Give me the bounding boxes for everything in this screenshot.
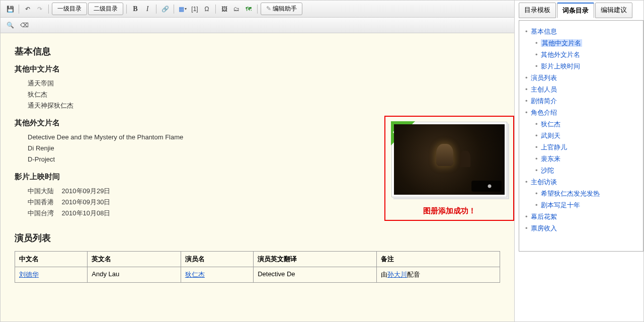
table-icon[interactable]: ▦ [177, 4, 188, 15]
cast-note-link[interactable]: 孙大川 [387, 271, 407, 278]
table-header: 演员名 [181, 252, 253, 267]
album-frame[interactable]: 图册 [391, 122, 507, 197]
list-item: 狄仁杰 [28, 89, 500, 100]
table-row: 刘德华 Andy Lau 狄仁杰 Detective De 由孙大川配音 [15, 267, 500, 283]
section-basic-info: 基本信息 [15, 45, 500, 57]
toc-link[interactable]: 上官静儿 [541, 143, 567, 151]
album-success-box: 图册 图册添加成功！ [384, 116, 514, 221]
tab-2[interactable]: 编辑建议 [595, 3, 632, 18]
toc-link[interactable]: 武则天 [541, 132, 560, 139]
search-icon[interactable]: 🔍 [5, 20, 16, 31]
table-header: 中文名 [15, 252, 88, 267]
toc-link[interactable]: 其他外文片名 [541, 51, 580, 58]
toc-link[interactable]: 主创人员 [531, 86, 557, 93]
toc-subitem: 希望狄仁杰发光发热 [535, 188, 640, 199]
reference-icon[interactable]: [1] [189, 4, 200, 15]
toc-item: 票房收入 [525, 222, 640, 234]
toc-link[interactable]: 剧情简介 [531, 97, 557, 105]
cast-note: 由孙大川配音 [377, 267, 500, 283]
toc-link[interactable]: 主创访谈 [531, 178, 557, 186]
toc-link[interactable]: 演员列表 [531, 74, 557, 82]
italic-icon[interactable]: I [142, 4, 153, 15]
toc-item: 基本信息其他中文片名其他外文片名影片上映时间 [525, 26, 640, 72]
cast-role-en: Detective De [254, 267, 377, 283]
bold-icon[interactable]: B [130, 4, 141, 15]
heading1-button[interactable]: 一级目录 [52, 3, 87, 15]
special-char-icon[interactable]: Ω [201, 4, 212, 15]
toc-subitem: 狄仁杰 [535, 118, 640, 130]
redo-icon[interactable]: ↷ [34, 4, 45, 15]
image-icon[interactable]: 🖼 [219, 4, 230, 15]
toc-link[interactable]: 影片上映时间 [541, 62, 580, 70]
album-thumbnail [394, 124, 505, 195]
cast-table: 中文名英文名演员名演员英文翻译备注 刘德华 Andy Lau 狄仁杰 Detec… [15, 251, 500, 283]
toc-link[interactable]: 幕后花絮 [531, 213, 557, 220]
toc-item: 主创人员 [525, 84, 640, 95]
section-cast: 演员列表 [15, 232, 500, 244]
link-icon[interactable]: 🔗 [159, 4, 171, 15]
side-panel: 目录模板词条目录编辑建议 基本信息其他中文片名其他外文片名影片上映时间演员列表主… [515, 1, 643, 321]
toc-subitem: 沙陀 [535, 165, 640, 176]
toc-link[interactable]: 剧本写足十年 [541, 201, 580, 209]
subsection-cn-alias: 其他中文片名 [15, 64, 500, 74]
toc-link[interactable]: 希望狄仁杰发光发热 [541, 190, 600, 197]
editor-toolbar-row2: 🔍 ⌫ [1, 18, 514, 33]
toc-subitem: 裴东来 [535, 153, 640, 165]
table-header: 备注 [377, 252, 500, 267]
heading2-button[interactable]: 二级目录 [88, 3, 123, 15]
list-item: 通天神探狄仁杰 [28, 100, 500, 111]
undo-icon[interactable]: ↶ [22, 4, 33, 15]
toc-link[interactable]: 角色介绍 [531, 109, 557, 116]
cast-en: Andy Lau [88, 267, 181, 283]
toc-subitem: 剧本写足十年 [535, 199, 640, 211]
toc-item: 演员列表 [525, 72, 640, 84]
toc-item: 角色介绍狄仁杰武则天上官静儿裴东来沙陀 [525, 107, 640, 176]
assistant-button[interactable]: ✎ 编辑助手 [261, 3, 302, 15]
toc-subitem: 其他中文片名 [535, 37, 640, 49]
album-icon[interactable]: 🗂 [231, 4, 242, 15]
table-header: 演员英文翻译 [254, 252, 377, 267]
cast-role-link[interactable]: 狄仁杰 [185, 271, 205, 278]
toc-link[interactable]: 基本信息 [531, 28, 557, 35]
side-tabs: 目录模板词条目录编辑建议 [519, 3, 643, 18]
map-icon[interactable]: 🗺 [243, 4, 254, 15]
save-icon[interactable]: 💾 [5, 4, 16, 15]
toc-link[interactable]: 沙陀 [541, 167, 554, 174]
editor-toolbar: 💾 ↶ ↷ 一级目录 二级目录 B I 🔗 ▦ [1] Ω 🖼 🗂 🗺 ✎ 编辑… [1, 1, 514, 18]
toc-subitem: 上官静儿 [535, 141, 640, 153]
editor-content[interactable]: 基本信息 其他中文片名 通天帝国狄仁杰通天神探狄仁杰 其他外文片名 Detect… [1, 33, 514, 321]
toc-subitem: 影片上映时间 [535, 60, 640, 72]
album-caption: 图册添加成功！ [391, 206, 507, 216]
tab-0[interactable]: 目录模板 [519, 3, 556, 18]
table-header: 英文名 [88, 252, 181, 267]
toc-link[interactable]: 其他中文片名 [541, 39, 582, 47]
toc-box[interactable]: 基本信息其他中文片名其他外文片名影片上映时间演员列表主创人员剧情简介角色介绍狄仁… [519, 20, 643, 252]
toc-link[interactable]: 裴东来 [541, 155, 560, 163]
toc-subitem: 其他外文片名 [535, 49, 640, 60]
toc-link[interactable]: 狄仁杰 [541, 120, 560, 128]
tab-1[interactable]: 词条目录 [557, 3, 594, 18]
toc-item: 剧情简介 [525, 95, 640, 107]
toc-link[interactable]: 票房收入 [531, 224, 557, 232]
toc-item: 主创访谈希望狄仁杰发光发热剧本写足十年 [525, 176, 640, 211]
cast-cn-link[interactable]: 刘德华 [19, 271, 39, 278]
toc-subitem: 武则天 [535, 130, 640, 141]
list-item: 通天帝国 [28, 78, 500, 89]
toc-item: 幕后花絮 [525, 211, 640, 222]
eraser-icon[interactable]: ⌫ [19, 20, 30, 31]
